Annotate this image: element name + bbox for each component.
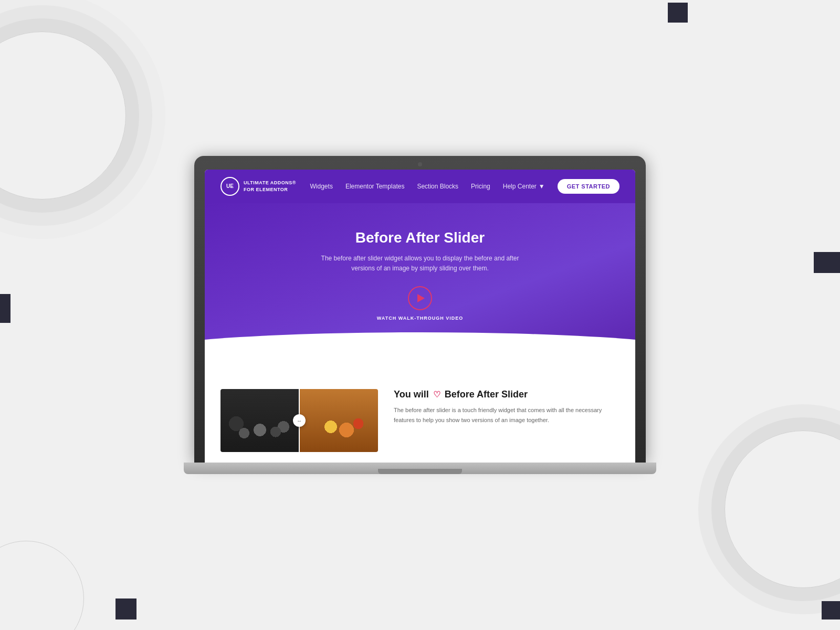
brand-line1: ULTIMATE ADDONS® xyxy=(244,180,296,186)
chevron-down-icon: ▼ xyxy=(539,183,545,190)
logo-icon: UE xyxy=(220,177,239,196)
hero-description: The before after slider widget allows yo… xyxy=(315,254,525,274)
nav-link-widgets[interactable]: Widgets xyxy=(310,183,333,190)
content-section: ↔ You will ♡ Before After Slider The bef… xyxy=(205,373,635,463)
watch-video-label[interactable]: WATCH WALK-THROUGH VIDEO xyxy=(220,316,620,321)
bg-rect-mr xyxy=(814,252,840,273)
content-title: You will ♡ Before After Slider xyxy=(394,389,620,400)
content-title-post: Before After Slider xyxy=(445,389,528,400)
after-image-content xyxy=(299,389,378,452)
nav-link-help-center[interactable]: Help Center ▼ xyxy=(503,183,545,190)
bg-circle-tl xyxy=(0,32,126,200)
heart-icon: ♡ xyxy=(433,390,440,400)
before-image xyxy=(220,389,299,452)
bg-circle-bml xyxy=(0,541,84,630)
hero-title: Before After Slider xyxy=(220,229,620,246)
nav-link-elementor-templates[interactable]: Elementor Templates xyxy=(345,183,405,190)
get-started-button[interactable]: GET STARTED xyxy=(558,179,620,194)
nav-link-pricing[interactable]: Pricing xyxy=(471,183,490,190)
nav-logo: UE ULTIMATE ADDONS® FOR ELEMENTOR xyxy=(220,177,296,196)
after-image xyxy=(299,389,378,452)
website-container: UE ULTIMATE ADDONS® FOR ELEMENTOR Widget… xyxy=(205,170,635,463)
laptop-screen-shell: UE ULTIMATE ADDONS® FOR ELEMENTOR Widget… xyxy=(194,156,646,463)
content-description: The before after slider is a touch frien… xyxy=(394,405,620,425)
bg-rect-ml xyxy=(0,294,10,323)
nav-links: Widgets Elementor Templates Section Bloc… xyxy=(310,179,620,194)
navbar: UE ULTIMATE ADDONS® FOR ELEMENTOR Widget… xyxy=(205,170,635,203)
bg-circle-br xyxy=(724,430,840,588)
bg-rect-bl xyxy=(116,598,136,620)
play-button[interactable] xyxy=(408,286,432,310)
laptop-base xyxy=(184,463,656,474)
content-text: You will ♡ Before After Slider The befor… xyxy=(394,389,620,425)
laptop-camera xyxy=(418,162,422,166)
bg-rect-tr xyxy=(668,3,688,23)
bg-rect-br xyxy=(822,601,840,620)
play-icon xyxy=(417,294,425,302)
nav-link-section-blocks[interactable]: Section Blocks xyxy=(417,183,458,190)
logo-icon-text: UE xyxy=(226,183,234,189)
logo-text: ULTIMATE ADDONS® FOR ELEMENTOR xyxy=(244,180,296,193)
brand-line2: FOR ELEMENTOR xyxy=(244,186,296,193)
before-after-widget[interactable]: ↔ xyxy=(220,389,378,452)
divider-handle[interactable]: ↔ xyxy=(293,414,306,427)
nav-link-help-center-label: Help Center xyxy=(503,183,537,190)
laptop-screen-bezel: UE ULTIMATE ADDONS® FOR ELEMENTOR Widget… xyxy=(205,170,635,463)
hero-section: Before After Slider The before after sli… xyxy=(205,203,635,373)
laptop: UE ULTIMATE ADDONS® FOR ELEMENTOR Widget… xyxy=(184,156,656,474)
content-title-pre: You will xyxy=(394,389,429,400)
before-image-content xyxy=(220,389,299,452)
